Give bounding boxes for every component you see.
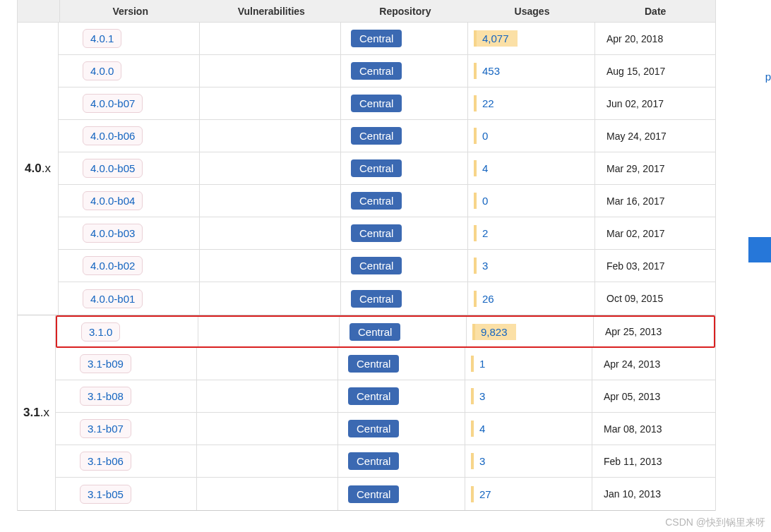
usages-link[interactable]: 9,823 [472, 324, 516, 340]
table-row: 4.0.0-b07Central22Jun 02, 2017 [59, 87, 715, 120]
table-row: 4.0.1Central4,077Apr 20, 2018 [59, 23, 715, 55]
release-date: Feb 11, 2013 [592, 445, 712, 477]
usages-link[interactable]: 3 [471, 388, 485, 404]
table-row: 4.0.0-b04Central0Mar 16, 2017 [59, 185, 715, 217]
header-usages: Usages [469, 0, 596, 22]
header-vulnerabilities: Vulnerabilities [201, 0, 342, 22]
version-group: 3.1.x3.1.0Central9,823Apr 25, 20133.1-b0… [18, 315, 715, 511]
version-link[interactable]: 3.1.0 [81, 322, 120, 341]
version-table: Version Vulnerabilities Repository Usage… [17, 0, 716, 511]
repository-badge[interactable]: Central [351, 192, 402, 210]
version-link[interactable]: 4.0.0-b07 [83, 94, 143, 113]
table-row: 3.1-b09Central1Apr 24, 2013 [56, 348, 715, 380]
repository-badge[interactable]: Central [348, 387, 399, 405]
usages-link[interactable]: 453 [474, 63, 500, 79]
release-date: Jun 02, 2017 [595, 87, 715, 119]
header-repository: Repository [342, 0, 469, 22]
repository-badge[interactable]: Central [348, 420, 399, 437]
usages-link[interactable]: 22 [474, 95, 494, 111]
release-date: Mar 02, 2017 [595, 217, 715, 249]
version-link[interactable]: 4.0.0-b01 [83, 289, 143, 308]
version-link[interactable]: 3.1-b09 [80, 354, 131, 373]
release-date: Mar 08, 2013 [592, 413, 712, 445]
release-date: Oct 09, 2015 [595, 282, 715, 315]
usages-link[interactable]: 0 [474, 193, 488, 209]
release-date: May 24, 2017 [595, 120, 715, 152]
group-label: 3.1.x [18, 315, 56, 510]
table-row: 4.0.0-b02Central3Feb 03, 2017 [59, 250, 715, 282]
repository-badge[interactable]: Central [351, 127, 402, 145]
header-version: Version [60, 0, 201, 22]
usages-link[interactable]: 4,077 [474, 30, 518, 47]
release-date: Apr 24, 2013 [592, 348, 712, 380]
table-row: 4.0.0-b05Central4Mar 29, 2017 [59, 152, 715, 185]
release-date: Jan 10, 2013 [592, 478, 712, 510]
usages-link[interactable]: 4 [474, 160, 488, 176]
release-date: Apr 25, 2013 [594, 317, 714, 346]
repository-badge[interactable]: Central [351, 257, 402, 274]
table-row: 4.0.0-b06Central0May 24, 2017 [59, 120, 715, 152]
repository-badge[interactable]: Central [351, 159, 402, 177]
repository-badge[interactable]: Central [351, 290, 402, 308]
usages-link[interactable]: 0 [474, 128, 488, 144]
usages-link[interactable]: 4 [471, 421, 485, 437]
usages-link[interactable]: 3 [474, 258, 488, 274]
table-row: 3.1-b06Central3Feb 11, 2013 [56, 445, 715, 478]
repository-badge[interactable]: Central [348, 355, 399, 373]
version-link[interactable]: 4.0.0-b03 [83, 224, 143, 243]
table-row: 3.1-b05Central27Jan 10, 2013 [56, 478, 715, 510]
usages-link[interactable]: 27 [471, 486, 491, 502]
release-date: Mar 29, 2017 [595, 152, 715, 184]
table-row: 3.1-b08Central3Apr 05, 2013 [56, 380, 715, 413]
repository-badge[interactable]: Central [348, 452, 399, 470]
release-date: Mar 16, 2017 [595, 185, 715, 217]
usages-link[interactable]: 1 [471, 356, 485, 372]
version-link[interactable]: 4.0.0-b05 [83, 159, 143, 178]
version-link[interactable]: 4.0.0-b04 [83, 191, 143, 210]
version-link[interactable]: 4.0.0-b02 [83, 256, 143, 275]
version-link[interactable]: 4.0.0 [83, 61, 121, 80]
repository-badge[interactable]: Central [348, 485, 399, 503]
repository-badge[interactable]: Central [351, 30, 402, 47]
release-date: Aug 15, 2017 [595, 55, 715, 87]
repository-badge[interactable]: Central [351, 62, 402, 80]
side-blue-panel [748, 237, 771, 262]
repository-badge[interactable]: Central [351, 95, 402, 112]
usages-link[interactable]: 2 [474, 225, 488, 241]
version-group: 4.0.x4.0.1Central4,077Apr 20, 20184.0.0C… [18, 23, 715, 315]
table-row: 4.0.0-b03Central2Mar 02, 2017 [59, 217, 715, 250]
version-link[interactable]: 3.1-b05 [80, 485, 131, 504]
release-date: Feb 03, 2017 [595, 250, 715, 282]
repository-badge[interactable]: Central [349, 323, 400, 341]
table-row: 4.0.0-b01Central26Oct 09, 2015 [59, 282, 715, 315]
release-date: Apr 20, 2018 [595, 23, 715, 54]
table-row: 3.1-b07Central4Mar 08, 2013 [56, 413, 715, 445]
side-link-fragment: p [765, 71, 771, 83]
release-date: Apr 05, 2013 [592, 380, 712, 412]
table-row: 4.0.0Central453Aug 15, 2017 [59, 55, 715, 87]
version-link[interactable]: 3.1-b08 [80, 387, 131, 406]
group-label: 4.0.x [18, 23, 59, 315]
version-link[interactable]: 4.0.0-b06 [83, 126, 143, 145]
version-link[interactable]: 4.0.1 [83, 29, 121, 48]
table-header: Version Vulnerabilities Repository Usage… [18, 0, 715, 23]
watermark-text: CSDN @快到锅里来呀 [665, 516, 765, 529]
header-date: Date [595, 0, 715, 22]
version-link[interactable]: 3.1-b07 [80, 419, 131, 438]
usages-link[interactable]: 26 [474, 291, 494, 307]
table-row: 3.1.0Central9,823Apr 25, 2013 [56, 315, 715, 348]
version-link[interactable]: 3.1-b06 [80, 452, 131, 471]
usages-link[interactable]: 3 [471, 453, 485, 469]
repository-badge[interactable]: Central [351, 224, 402, 242]
